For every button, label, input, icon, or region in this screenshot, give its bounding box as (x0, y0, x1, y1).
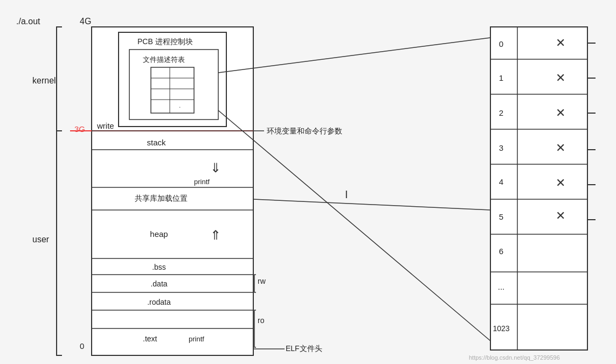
write-label: write (96, 121, 114, 130)
main-container: ./a.out 4G 3G kernel user 0 write PCB 进程… (0, 0, 616, 364)
fd-row-1023: 1023 (493, 324, 509, 333)
fd-row-5: 5 (499, 212, 503, 221)
data-label: .data (150, 279, 167, 288)
fd-row-2: 2 (499, 108, 503, 117)
fd-row-dots: ... (498, 282, 505, 291)
stack-label: stack (147, 138, 166, 147)
printf-stack-label: printf (194, 178, 210, 186)
fd-row-3: 3 (499, 143, 503, 152)
fd-row-1: 1 (499, 73, 503, 82)
kernel-label: kernel (32, 76, 56, 85)
fd-x-2: ✕ (556, 106, 565, 120)
shared-lib-label: 共享库加载位置 (135, 194, 188, 202)
watermark-text: https://blog.csdn.net/qq_37299596 (469, 354, 560, 361)
env-args-label: 环境变量和命令行参数 (267, 127, 342, 135)
user-label: user (32, 235, 50, 244)
memory-diagram: ./a.out 4G 3G kernel user 0 write PCB 进程… (0, 0, 616, 364)
fd-row-6: 6 (499, 247, 503, 256)
fd-x-3: ✕ (556, 141, 565, 155)
svg-text:.: . (179, 102, 181, 109)
cursor: I (345, 188, 348, 200)
zero-label: 0 (80, 341, 84, 351)
fd-table-label: 文件描述符表 (143, 55, 185, 64)
printf-text-label: printf (189, 335, 204, 343)
svg-text:⇓: ⇓ (210, 160, 221, 175)
3g-label: 3G (74, 124, 85, 134)
svg-text:⇑: ⇑ (210, 228, 221, 242)
fd-x-4: ✕ (556, 176, 565, 190)
text-label: .text (143, 334, 157, 343)
ro-label: ro (258, 316, 265, 325)
elf-label: ELF文件头 (286, 344, 322, 353)
fd-x-1: ✕ (556, 71, 565, 85)
bss-label: .bss (152, 263, 166, 271)
svg-rect-26 (490, 27, 587, 350)
fd-row-0: 0 (499, 39, 503, 48)
pcb-title-label: PCB 进程控制块 (137, 37, 193, 46)
fd-x-0: ✕ (556, 36, 565, 50)
rw-label: rw (258, 277, 266, 285)
heap-label: heap (150, 229, 168, 239)
rodata-label: .rodata (147, 298, 171, 306)
fd-x-5: ✕ (556, 209, 565, 222)
fd-row-4: 4 (499, 177, 503, 186)
svg-rect-4 (151, 67, 194, 113)
aout-label: ./a.out (16, 17, 40, 26)
4g-label: 4G (80, 17, 91, 26)
